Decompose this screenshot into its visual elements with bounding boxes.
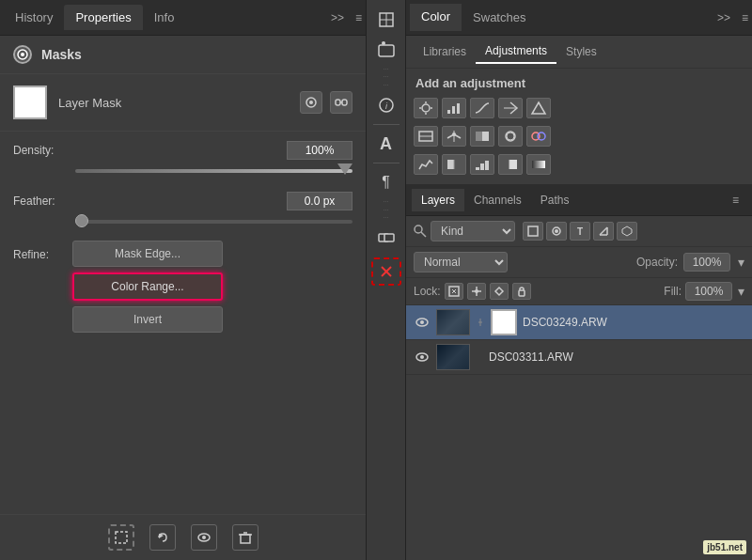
adj-icon-posterize[interactable] [470, 154, 494, 175]
kind-icon-text[interactable]: T [570, 222, 590, 241]
lock-icon-all[interactable] [512, 283, 531, 300]
tab-more-left[interactable]: >> [323, 8, 352, 28]
adj-icon-invert[interactable] [442, 154, 466, 175]
delete-mask-button[interactable] [232, 524, 258, 551]
layer-item-1[interactable]: DSC03311.ARW [406, 340, 752, 375]
tool-info[interactable]: i [371, 91, 401, 119]
density-label: Density: [13, 144, 88, 157]
adj-icon-vibrance[interactable] [526, 98, 551, 118]
tool-sep-2 [373, 163, 400, 163]
fill-value[interactable]: 100% [685, 282, 732, 301]
layer-eye-1[interactable] [414, 349, 431, 366]
selection-button[interactable] [108, 524, 134, 551]
svg-point-25 [422, 104, 430, 112]
tab-adjustments[interactable]: Adjustments [476, 39, 556, 64]
svg-rect-55 [532, 161, 545, 168]
kind-filter-icons: T [523, 222, 637, 241]
tool-transform[interactable] [371, 6, 401, 34]
feather-slider-track[interactable] [75, 220, 352, 224]
tool-swap[interactable] [371, 224, 401, 252]
tab-color[interactable]: Color [410, 4, 462, 31]
lock-icon-pixels[interactable] [445, 283, 463, 300]
svg-point-60 [555, 229, 558, 233]
adj-icon-hsl[interactable] [414, 126, 438, 147]
tool-text[interactable]: A [371, 130, 401, 158]
undo-button[interactable] [149, 524, 176, 551]
svg-rect-7 [116, 532, 127, 543]
tool-paragraph[interactable]: ¶ [371, 168, 401, 196]
opacity-dropdown-arrow[interactable]: ▾ [738, 255, 744, 270]
kind-dropdown[interactable]: Kind [431, 221, 515, 241]
visibility-button[interactable] [191, 524, 217, 551]
svg-rect-32 [457, 103, 460, 114]
kind-icon-adjust[interactable] [546, 222, 567, 241]
blend-mode-dropdown[interactable]: Normal [414, 252, 508, 272]
adj-icon-bw[interactable] [470, 126, 494, 147]
layer-mask-thumb-0 [491, 309, 517, 335]
tab-paths[interactable]: Paths [531, 189, 579, 211]
tool-shape[interactable] [371, 36, 401, 64]
right-panel: Color Swatches >> ≡ Libraries Adjustment… [406, 0, 752, 560]
tab-channels[interactable]: Channels [464, 189, 531, 211]
invert-button[interactable]: Invert [72, 306, 223, 333]
layers-header: Layers Channels Paths ≡ [406, 184, 752, 216]
density-value[interactable]: 100% [287, 141, 352, 160]
panel-menu-icon-left[interactable]: ≡ [355, 11, 362, 24]
tools-separator-2: ········· [384, 198, 389, 222]
opacity-value[interactable]: 100% [683, 253, 730, 272]
svg-text:i: i [385, 101, 388, 111]
density-slider-track[interactable] [75, 169, 352, 173]
layers-panel-menu[interactable]: ≡ [725, 190, 746, 210]
adj-icon-channelmixer[interactable] [526, 126, 551, 147]
lock-icon-position[interactable] [467, 283, 486, 300]
adj-icon-threshold[interactable] [498, 154, 523, 175]
tool-delete[interactable] [371, 257, 401, 286]
color-range-button[interactable]: Color Range... [72, 272, 223, 301]
adj-icons-row-1 [406, 94, 752, 122]
tab-properties[interactable]: Properties [64, 5, 142, 30]
svg-point-73 [420, 320, 424, 324]
feather-slider-row [0, 214, 366, 233]
layer-eye-0[interactable] [414, 314, 431, 331]
density-slider-thumb[interactable] [337, 163, 352, 175]
layer-item-0[interactable]: DSC03249.ARW [406, 305, 752, 340]
adj-icon-exposure[interactable] [498, 98, 523, 118]
tab-info[interactable]: Info [143, 5, 186, 30]
svg-line-57 [421, 232, 426, 237]
svg-rect-41 [476, 132, 482, 141]
right-tab-more[interactable]: >> [710, 8, 738, 28]
adj-icon-colorbalance[interactable] [442, 126, 466, 147]
svg-rect-30 [447, 110, 450, 114]
adj-icon-curves[interactable] [470, 98, 494, 118]
adj-icon-brightness[interactable] [414, 98, 438, 118]
kind-icon-smart[interactable] [617, 222, 637, 241]
mask-edge-button[interactable]: Mask Edge... [72, 241, 223, 267]
tab-layers[interactable]: Layers [412, 189, 464, 211]
lock-icon-artboard[interactable] [490, 283, 509, 300]
adj-icon-photofilter[interactable] [498, 126, 523, 147]
mask-icon-btn-circle[interactable] [300, 91, 322, 114]
fill-dropdown-arrow[interactable]: ▾ [738, 284, 744, 299]
svg-rect-47 [454, 160, 461, 169]
adj-icon-levels[interactable] [442, 98, 466, 118]
tab-swatches[interactable]: Swatches [462, 5, 537, 30]
mask-icon-btn-link[interactable] [330, 91, 352, 114]
kind-icon-shape[interactable] [593, 222, 614, 241]
tab-styles[interactable]: Styles [556, 40, 606, 63]
left-tab-bar: History Properties Info >> ≡ [0, 0, 366, 36]
feather-value[interactable]: 0.0 px [287, 192, 352, 210]
kind-row: Kind T [406, 216, 752, 247]
tab-libraries[interactable]: Libraries [414, 40, 476, 63]
svg-point-45 [538, 132, 545, 140]
adj-icon-gradientmap[interactable] [526, 154, 551, 175]
kind-icon-pixel[interactable] [523, 222, 543, 241]
adj-icon-colorlookup[interactable] [414, 154, 438, 175]
svg-point-70 [475, 289, 478, 293]
lock-label: Lock: [414, 285, 441, 298]
panel-menu-icon-right-top[interactable]: ≡ [742, 11, 748, 24]
feather-slider-thumb[interactable] [75, 214, 88, 227]
svg-rect-11 [241, 535, 250, 543]
tab-history[interactable]: History [4, 5, 64, 30]
svg-rect-50 [480, 163, 484, 170]
bottom-toolbar [0, 514, 366, 560]
